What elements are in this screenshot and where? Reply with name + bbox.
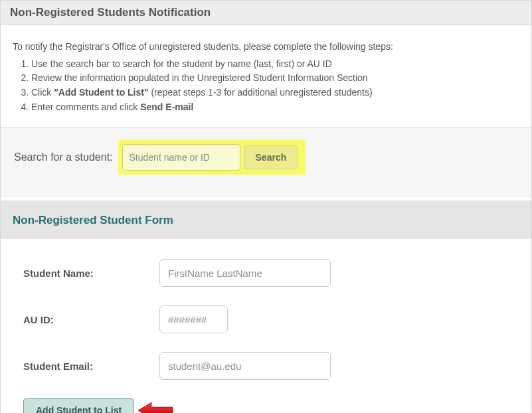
search-input[interactable] bbox=[122, 144, 240, 171]
search-label: Search for a student: bbox=[14, 151, 113, 163]
instruction-step-1: Use the search bar to search for the stu… bbox=[31, 57, 519, 72]
form-title: Non-Registered Student Form bbox=[13, 214, 519, 227]
student-name-input[interactable] bbox=[159, 259, 331, 287]
instruction-step-4: Enter comments and click Send E-mail bbox=[31, 100, 519, 115]
page-header: Non-Registered Students Notification bbox=[1, 0, 531, 25]
arrow-annotation-icon bbox=[137, 400, 174, 413]
au-id-label: AU ID: bbox=[23, 314, 159, 325]
student-name-label: Student Name: bbox=[23, 268, 159, 279]
svg-marker-0 bbox=[138, 402, 173, 413]
student-email-label: Student Email: bbox=[23, 361, 159, 372]
form-body: Student Name: AU ID: Student Email: Add … bbox=[1, 239, 531, 413]
instruction-step-3: Click "Add Student to List" (repeat step… bbox=[31, 86, 519, 100]
page-title: Non-Registered Students Notification bbox=[10, 6, 522, 19]
instruction-step-2: Review the information populated in the … bbox=[31, 71, 519, 86]
search-bar: Search for a student: Search bbox=[1, 128, 531, 197]
instructions-intro: To notify the Registrar's Office of unre… bbox=[13, 40, 519, 54]
search-highlight: Search bbox=[118, 140, 306, 175]
instructions-block: To notify the Registrar's Office of unre… bbox=[1, 25, 531, 128]
add-student-button[interactable]: Add Student to List bbox=[23, 398, 134, 413]
form-header: Non-Registered Student Form bbox=[1, 201, 531, 239]
au-id-input[interactable] bbox=[159, 305, 228, 333]
student-email-input[interactable] bbox=[159, 352, 331, 380]
search-button[interactable]: Search bbox=[244, 145, 298, 169]
